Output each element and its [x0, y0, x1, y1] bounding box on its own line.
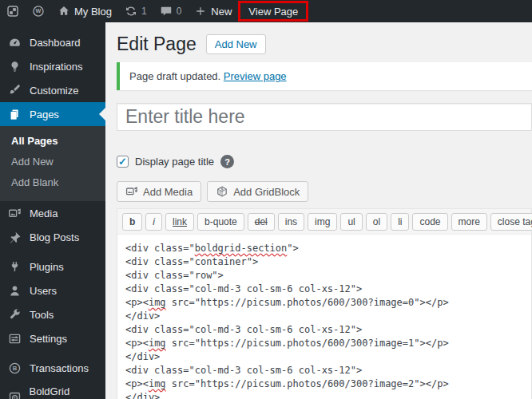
add-media-button[interactable]: Add Media — [117, 181, 201, 202]
view-page-button[interactable]: View Page — [238, 1, 308, 22]
sidebar-item-label: Media — [30, 207, 58, 219]
sidebar-item-label: Plugins — [30, 261, 64, 273]
sidebar-item-label: Settings — [30, 333, 67, 345]
quicktag-i-button[interactable]: i — [145, 213, 162, 231]
code-line: </div> — [125, 350, 523, 364]
code-line: <p><img src="https://picsum.photos/600/3… — [125, 337, 523, 350]
svg-text:B: B — [13, 365, 18, 372]
sidebar-item-inspirations[interactable]: Inspirations — [0, 54, 105, 78]
code-line: <div class="col-md-3 col-sm-6 col-xs-12"… — [125, 364, 523, 377]
code-line: <p><img src="https://picsum.photos/600/3… — [125, 296, 523, 310]
code-line: <p><img src="https://picsum.photos/600/3… — [125, 377, 523, 391]
sidebar-item-label: Transactions — [30, 362, 89, 374]
sidebar-item-boldgrid-backup[interactable]: BoldGrid Backup — [0, 385, 105, 399]
page-title: Edit Page — [117, 32, 197, 56]
button-label: Add Media — [143, 186, 193, 198]
admin-bar: WMy Blog10NewView Page — [0, 0, 532, 22]
new-content-label: New — [211, 6, 232, 18]
lightbulb-icon — [7, 60, 22, 73]
media-icon — [7, 207, 22, 220]
media-icon — [125, 185, 138, 198]
notice-message: Page draft updated. — [129, 70, 220, 82]
main-content: Edit Page Add New Page draft updated. Pr… — [105, 22, 532, 399]
add-new-button[interactable]: Add New — [206, 34, 266, 54]
button-label: Add GridBlock — [233, 186, 300, 198]
quicktag-code-button[interactable]: code — [412, 213, 447, 231]
update-notice: Page draft updated. Preview page — [117, 62, 532, 90]
updates-label: 1 — [141, 6, 147, 17]
submenu-item-all-pages[interactable]: All Pages — [0, 131, 105, 152]
sidebar-item-label: Blog Posts — [30, 231, 79, 243]
wordpress-icon: W — [32, 5, 45, 18]
code-line: <div class="col-md-3 col-sm-6 col-xs-12"… — [125, 323, 523, 337]
plus-icon — [194, 5, 207, 18]
code-line: </div> — [125, 310, 523, 323]
quicktag-li-button[interactable]: li — [391, 213, 409, 231]
sidebar-item-customize[interactable]: Customize — [0, 78, 105, 102]
preview-page-link[interactable]: Preview page — [224, 70, 287, 82]
quicktag-close-tags-button[interactable]: close tags — [490, 213, 532, 231]
sidebar-item-tools[interactable]: Tools — [0, 302, 105, 326]
sidebar-item-label: Customize — [30, 85, 78, 97]
settings-icon — [7, 332, 22, 346]
boldgrid-icon — [6, 5, 19, 18]
sidebar-item-pages[interactable]: Pages — [0, 102, 105, 126]
plug-icon — [7, 260, 22, 274]
submenu-item-add-new[interactable]: Add New — [0, 152, 105, 172]
brush-icon — [7, 84, 22, 97]
sidebar-item-plugins[interactable]: Plugins — [0, 255, 105, 279]
user-icon — [7, 284, 22, 298]
display-title-checkbox[interactable]: ✓ — [117, 156, 129, 168]
new-content-item[interactable]: New — [188, 0, 238, 22]
sidebar-item-label: Tools — [30, 309, 54, 321]
pages-submenu: All PagesAdd NewAdd Blank — [0, 126, 105, 201]
menu-separator — [0, 350, 105, 356]
add-gridblock-button[interactable]: Add GridBlock — [207, 181, 308, 202]
boldgrid-menu-item[interactable] — [0, 0, 26, 22]
menu-separator — [0, 380, 105, 385]
update-icon — [125, 5, 137, 18]
site-name-item[interactable]: My Blog — [51, 0, 118, 22]
admin-menu: DashboardInspirationsCustomizePagesAll P… — [0, 22, 105, 399]
sidebar-item-blog-posts[interactable]: Blog Posts — [0, 225, 105, 249]
display-title-label: Display page title — [135, 156, 214, 168]
menu-separator — [0, 249, 105, 255]
quicktag-b-quote-button[interactable]: b-quote — [197, 213, 244, 231]
sidebar-item-label: Inspirations — [30, 61, 82, 73]
quicktag-ins-button[interactable]: ins — [278, 213, 304, 231]
sidebar-item-label: Dashboard — [30, 37, 81, 49]
submenu-item-add-blank[interactable]: Add Blank — [0, 172, 105, 193]
quicktag-more-button[interactable]: more — [451, 213, 487, 231]
title-input[interactable] — [117, 103, 532, 131]
code-line: <div class="col-md-3 col-sm-6 col-xs-12"… — [125, 282, 523, 296]
quicktag-img-button[interactable]: img — [308, 213, 337, 231]
quicktags-toolbar: bilinkb-quotedelinsimgulollicodemoreclos… — [117, 209, 531, 235]
quicktag-link-button[interactable]: link — [165, 213, 194, 231]
site-name-label: My Blog — [74, 6, 112, 18]
content-editor[interactable]: <div class="boldgrid-section"><div class… — [117, 235, 531, 399]
gridblock-icon — [216, 185, 228, 198]
quicktag-del-button[interactable]: del — [248, 213, 275, 231]
sidebar-item-media[interactable]: Media — [0, 201, 105, 225]
quicktag-ul-button[interactable]: ul — [340, 213, 362, 231]
comment-icon — [160, 5, 173, 18]
updates-item[interactable]: 1 — [118, 0, 153, 22]
home-icon — [58, 5, 70, 18]
sidebar-item-users[interactable]: Users — [0, 279, 105, 302]
sidebar-item-label: Pages — [30, 109, 59, 120]
backup-icon — [7, 391, 22, 399]
help-icon[interactable]: ? — [220, 155, 234, 168]
sidebar-item-dashboard[interactable]: Dashboard — [0, 30, 105, 54]
comments-label: 0 — [177, 6, 182, 17]
code-line: <div class="container"> — [125, 255, 523, 269]
tools-icon — [7, 308, 22, 322]
sidebar-item-settings[interactable]: Settings — [0, 326, 105, 350]
display-title-row: ✓ Display page title ? — [117, 155, 532, 168]
quicktag-ol-button[interactable]: ol — [366, 213, 387, 231]
pushpin-icon — [7, 231, 22, 244]
wordpress-menu-item[interactable]: W — [26, 0, 51, 22]
dashboard-icon — [7, 36, 22, 49]
quicktag-b-button[interactable]: b — [122, 213, 142, 231]
sidebar-item-transactions[interactable]: BTransactions — [0, 356, 105, 380]
comments-item[interactable]: 0 — [153, 0, 189, 22]
